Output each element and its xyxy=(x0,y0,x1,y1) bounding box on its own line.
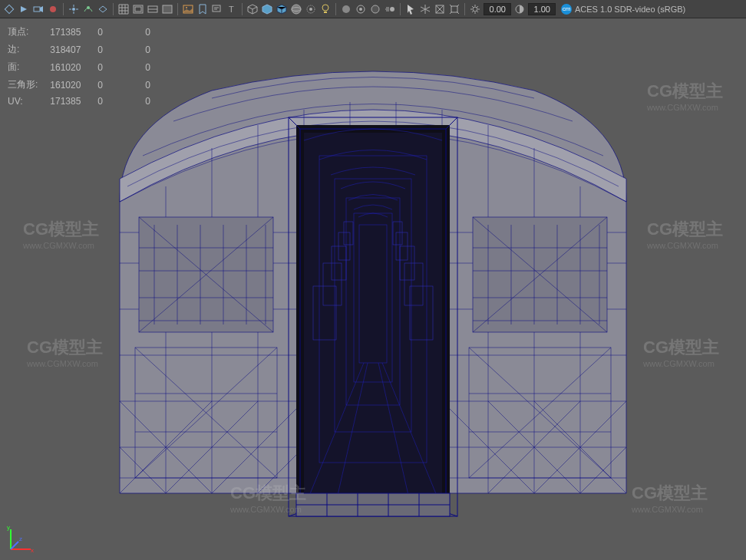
motion-blur-icon[interactable] xyxy=(384,3,396,15)
svg-point-18 xyxy=(342,5,350,13)
separator xyxy=(400,3,401,15)
gate-mask-icon[interactable] xyxy=(161,3,173,15)
svg-rect-28 xyxy=(304,133,442,509)
axis-y-label: y xyxy=(7,525,10,531)
svg-rect-11 xyxy=(213,5,220,12)
svg-point-20 xyxy=(359,8,362,11)
gamma-field[interactable]: 1.00 xyxy=(528,3,556,15)
svg-rect-1 xyxy=(34,7,40,12)
textured-icon[interactable] xyxy=(290,3,302,15)
keyframe-icon[interactable] xyxy=(3,3,15,15)
annotation-icon[interactable] xyxy=(211,3,223,15)
deformer-icon[interactable] xyxy=(434,3,446,15)
snap-grid-icon[interactable] xyxy=(68,3,80,15)
svg-point-25 xyxy=(473,7,477,12)
svg-point-22 xyxy=(390,7,394,12)
bookmark-icon[interactable] xyxy=(196,3,209,15)
snap-curve-icon[interactable] xyxy=(82,3,94,15)
viewport-panel[interactable]: 顶点:17138500 边:31840700 面:16102000 三角形:16… xyxy=(0,18,746,560)
ao-icon[interactable] xyxy=(369,3,381,15)
gamma-icon[interactable] xyxy=(513,3,526,15)
axis-x-label: x xyxy=(31,547,34,554)
gear-icon[interactable] xyxy=(469,3,481,15)
use-lights-icon[interactable] xyxy=(305,3,317,15)
svg-point-21 xyxy=(371,5,379,13)
xgen-icon[interactable] xyxy=(419,3,431,15)
shelf-toolbar: T 0.00 1.00 cm ACES 1.0 SDR-video (sRGB) xyxy=(0,0,746,18)
expand-icon[interactable] xyxy=(448,3,460,15)
svg-rect-8 xyxy=(163,5,172,13)
svg-point-17 xyxy=(322,5,328,11)
exposure-field[interactable]: 0.00 xyxy=(484,3,511,15)
separator xyxy=(464,3,465,15)
wireframe-icon[interactable] xyxy=(246,3,259,15)
play-icon[interactable] xyxy=(18,3,30,15)
snap-point-icon[interactable] xyxy=(97,3,109,15)
image-plane-icon[interactable] xyxy=(182,3,194,15)
shaded-icon[interactable] xyxy=(261,3,273,15)
svg-point-10 xyxy=(186,7,187,8)
svg-point-16 xyxy=(309,8,312,11)
camera-icon[interactable] xyxy=(32,3,45,15)
text-mode-icon[interactable]: T xyxy=(226,3,238,15)
separator xyxy=(113,3,114,15)
separator xyxy=(335,3,336,15)
svg-point-3 xyxy=(72,8,75,11)
record-icon[interactable] xyxy=(47,3,59,15)
axis-z-label: z xyxy=(19,535,22,542)
wireframe-model[interactable] xyxy=(74,33,672,524)
svg-rect-24 xyxy=(451,6,457,12)
light-bulb-icon[interactable] xyxy=(319,3,332,15)
svg-text:T: T xyxy=(229,5,234,14)
separator xyxy=(177,3,178,15)
color-management-label: ACES 1.0 SDR-video (sRGB) xyxy=(575,5,685,14)
film-gate-icon[interactable] xyxy=(132,3,144,15)
separator xyxy=(63,3,64,15)
isolate-icon[interactable] xyxy=(340,3,352,15)
color-management-dropdown[interactable]: cm ACES 1.0 SDR-video (sRGB) xyxy=(561,4,685,15)
svg-rect-0 xyxy=(5,5,13,13)
resolution-gate-icon[interactable] xyxy=(147,3,159,15)
svg-line-53 xyxy=(11,542,18,549)
cm-indicator-icon: cm xyxy=(561,4,572,15)
select-arrow-icon[interactable] xyxy=(404,3,417,15)
svg-point-4 xyxy=(87,6,90,9)
xray-icon[interactable] xyxy=(355,3,367,15)
grid-icon[interactable] xyxy=(117,3,130,15)
svg-rect-6 xyxy=(135,7,141,12)
shaded-wire-icon[interactable] xyxy=(276,3,288,15)
separator xyxy=(242,3,243,15)
svg-point-2 xyxy=(50,6,56,12)
view-axis-gizmo[interactable]: y x z xyxy=(5,525,35,555)
svg-point-13 xyxy=(292,5,301,14)
